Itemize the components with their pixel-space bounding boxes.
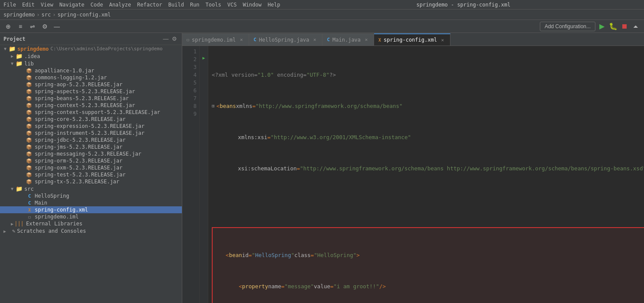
code-content[interactable]: <?xml version="1.0" encoding="UTF-8"?> ⊞…	[208, 46, 644, 303]
hellospring-java-icon: C	[26, 193, 33, 199]
sidebar-title: Project	[3, 36, 26, 42]
scratches-and-consoles[interactable]: ▶ ✎ Scratches and Consoles	[0, 227, 182, 235]
tab-hellospring[interactable]: C HelloSpring.java ✕	[249, 33, 322, 46]
structure-btn[interactable]: ≡	[16, 22, 25, 31]
breadcrumb-file[interactable]: spring-config.xml	[57, 12, 111, 18]
collapse-btn[interactable]: —	[52, 22, 62, 31]
tree-item-spring-jdbc-5-2-3-RELEASE-jar[interactable]: 📦spring-jdbc-5.2.3.RELEASE.jar	[0, 137, 182, 143]
tree-item-spring-expression-5-2-3-RELEASE-jar[interactable]: 📦spring-expression-5.2.3.RELEASE.jar	[0, 123, 182, 130]
code-line-7: <property name="message" value="i am gro…	[213, 283, 644, 290]
run-button[interactable]: ▶	[597, 22, 607, 31]
sidebar-settings-btn[interactable]: ⚙	[171, 35, 178, 43]
code-line-4: xsi:schemaLocation="http://www.springfra…	[212, 165, 644, 173]
sync-btn[interactable]: ⇌	[28, 22, 37, 31]
menu-file[interactable]: File	[3, 2, 16, 8]
gutter: ▶	[200, 46, 208, 303]
line-numbers: 1 2 3 4 5 6 7 8 9	[182, 46, 200, 303]
breadcrumb-src[interactable]: src	[41, 12, 51, 18]
code-line-2: ⊞<beans xmlns="http://www.springframewor…	[212, 102, 644, 110]
tab-close-main[interactable]: ✕	[363, 37, 369, 43]
tree-item-idea[interactable]: ▶ 📁 .idea	[0, 52, 182, 60]
expand-arrow-scratches: ▶	[3, 229, 10, 234]
tree-item-spring-jms-5-2-3-RELEASE-jar[interactable]: 📦spring-jms-5.2.3.RELEASE.jar	[0, 143, 182, 150]
tree-item-spring-test-5-2-3-RELEASE-jar[interactable]: 📦spring-test-5.2.3.RELEASE.jar	[0, 171, 182, 178]
tab-spring-config[interactable]: X spring-config.xml ✕	[374, 33, 450, 46]
menu-vcs[interactable]: VCS	[227, 2, 237, 8]
debug-button[interactable]: 🐛	[608, 22, 618, 31]
tree-item-aopalliance-1-0-jar[interactable]: 📦aopalliance-1.0.jar	[0, 67, 182, 74]
sidebar-minimize-btn[interactable]: —	[162, 35, 170, 43]
tree-item-spring-config[interactable]: X spring-config.xml	[0, 206, 182, 213]
tab-close-hellospring[interactable]: ✕	[312, 37, 318, 43]
menu-navigate[interactable]: Navigate	[59, 2, 85, 8]
sidebar: Project — ⚙ ▼ 📁 springdemo C:\Users\admi…	[0, 33, 182, 303]
expand-arrow-src: ▼	[9, 186, 16, 191]
breadcrumb: springdemo › src › spring-config.xml	[0, 10, 644, 20]
tree-item-spring-core-5-2-3-RELEASE-jar[interactable]: 📦spring-core-5.2.3.RELEASE.jar	[0, 116, 182, 123]
tree-label-hellospring: HelloSpring	[35, 193, 69, 199]
highlight-block: <bean id="HelloSpring" class="HelloSprin…	[212, 227, 644, 303]
tree-item-springdemo-iml[interactable]: ◻ springdemo.iml	[0, 213, 182, 220]
tree-item-external-libs[interactable]: ▶ ||| External Libraries	[0, 220, 182, 227]
menu-refactor[interactable]: Refactor	[137, 2, 162, 8]
tree-item-spring-oxm-5-2-3-RELEASE-jar[interactable]: 📦spring-oxm-5.2.3.RELEASE.jar	[0, 164, 182, 171]
tree-item-spring-tx-5-2-3-RELEASE-jar[interactable]: 📦spring-tx-5.2.3.RELEASE.jar	[0, 178, 182, 185]
menu-code[interactable]: Code	[91, 2, 103, 8]
tree-item-main[interactable]: C Main	[0, 199, 182, 206]
tree-label-lib: lib	[24, 61, 34, 67]
settings-btn[interactable]: ⚙	[40, 22, 49, 31]
breadcrumb-root[interactable]: springdemo	[3, 12, 35, 18]
tree-item-spring-messaging-5-2-3-RELEASE-jar[interactable]: 📦spring-messaging-5.2.3.RELEASE.jar	[0, 150, 182, 157]
external-libs-icon: |||	[16, 221, 23, 227]
tab-main[interactable]: C Main.java ✕	[322, 33, 374, 46]
tree-item-spring-aspects-5-2-3-RELEASE-jar[interactable]: 📦spring-aspects-5.2.3.RELEASE.jar	[0, 88, 182, 95]
tab-close-springdemo-iml[interactable]: ✕	[238, 37, 244, 43]
tree-root[interactable]: ▼ 📁 springdemo C:\Users\admins\IdeaProje…	[0, 45, 182, 52]
run-with-coverage-btn[interactable]: ⏶	[631, 22, 641, 31]
scratches-icon: ✎	[12, 228, 15, 234]
add-configuration-button[interactable]: Add Configuration...	[540, 22, 595, 31]
tab-bar: ◻ springdemo.iml ✕ C HelloSpring.java ✕ …	[182, 33, 644, 46]
tree-item-lib[interactable]: ▼ 📁 lib	[0, 60, 182, 67]
code-line-6: <bean id="HelloSpring" class="HelloSprin…	[213, 251, 644, 259]
main-java-icon: C	[26, 200, 33, 206]
idea-folder-icon: 📁	[16, 53, 23, 59]
tree-item-hellospring[interactable]: C HelloSpring	[0, 192, 182, 199]
stop-button[interactable]: ⏹	[620, 22, 629, 31]
editor-area: ◻ springdemo.iml ✕ C HelloSpring.java ✕ …	[182, 33, 644, 303]
spring-config-xml-icon: X	[26, 208, 33, 212]
tree-root-label: springdemo	[17, 46, 49, 52]
code-line-1: <?xml version="1.0" encoding="UTF-8"?>	[212, 71, 644, 79]
tree-item-commons-logging-1-2-jar[interactable]: 📦commons-logging-1.2.jar	[0, 74, 182, 81]
tree-item-spring-aop-5-2-3-RELEASE-jar[interactable]: 📦spring-aop-5.2.3.RELEASE.jar	[0, 81, 182, 88]
menu-run[interactable]: Run	[190, 2, 200, 8]
toolbar: ⊕ ≡ ⇌ ⚙ — Add Configuration... ▶ 🐛 ⏹ ⏶	[0, 20, 644, 33]
tree-item-spring-instrument-5-2-3-RELEASE-jar[interactable]: 📦spring-instrument-5.2.3.RELEASE.jar	[0, 130, 182, 137]
tree-label-main: Main	[35, 200, 47, 206]
expand-arrow-root: ▼	[2, 46, 9, 51]
menu-tools[interactable]: Tools	[206, 2, 221, 8]
menu-view[interactable]: View	[41, 2, 53, 8]
folder-icon: 📁	[9, 46, 16, 52]
expand-arrow-lib: ▼	[9, 61, 16, 66]
menu-help[interactable]: Help	[268, 2, 280, 8]
scratches-label: Scratches and Consoles	[17, 228, 86, 234]
code-line-3: xmlns:xsi="http://www.w3.org/2001/XMLSch…	[212, 134, 644, 141]
tree-item-spring-context-support-5-2-3-RELEASE-jar[interactable]: 📦spring-context-support-5.2.3.RELEASE.ja…	[0, 109, 182, 116]
menu-build[interactable]: Build	[168, 2, 184, 8]
tree-item-spring-orm-5-2-3-RELEASE-jar[interactable]: 📦spring-orm-5.2.3.RELEASE.jar	[0, 157, 182, 164]
tab-close-spring-config[interactable]: ✕	[440, 37, 446, 43]
menu-edit[interactable]: Edit	[22, 2, 35, 8]
tree-item-spring-context-5-2-3-RELEASE-jar[interactable]: 📦spring-context-5.2.3.RELEASE.jar	[0, 102, 182, 109]
code-editor[interactable]: 1 2 3 4 5 6 7 8 9 ▶	[182, 46, 644, 303]
project-structure-btn[interactable]: ⊕	[3, 22, 13, 31]
springdemo-iml-icon: ◻	[26, 215, 33, 219]
tree-item-spring-beans-5-2-3-RELEASE-jar[interactable]: 📦spring-beans-5.2.3.RELEASE.jar	[0, 95, 182, 102]
menu-window[interactable]: Window	[243, 2, 261, 8]
menu-analyze[interactable]: Analyze	[109, 2, 131, 8]
tab-springdemo-iml[interactable]: ◻ springdemo.iml ✕	[182, 33, 249, 46]
tree-label-src: src	[24, 186, 34, 192]
tree-item-src[interactable]: ▼ 📁 src	[0, 185, 182, 192]
main-layout: Project — ⚙ ▼ 📁 springdemo C:\Users\admi…	[0, 33, 644, 303]
window-title: springdemo - spring-config.xml	[416, 2, 510, 8]
